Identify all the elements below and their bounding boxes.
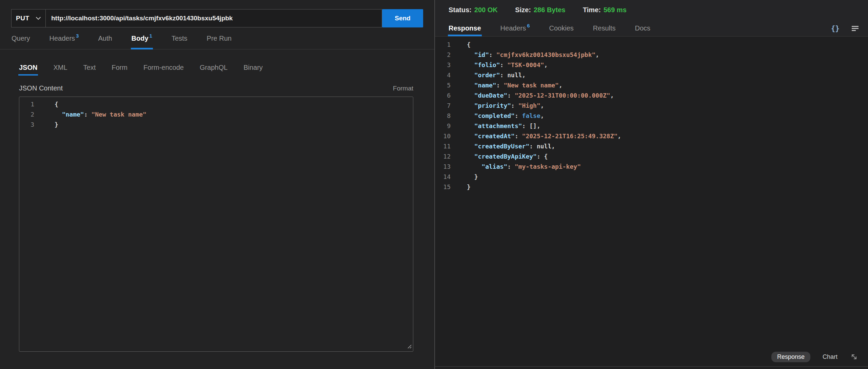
status-label: Status:: [449, 6, 472, 14]
tab-pre-run[interactable]: Pre Run: [207, 27, 232, 49]
code-line: "createdByUser": null,: [467, 141, 868, 151]
line-number: 3: [435, 60, 451, 70]
bottom-edge: [435, 366, 868, 369]
json-content-header: JSON Content Format: [19, 84, 413, 92]
tab-badge: 6: [527, 23, 530, 28]
code-line: "name": "New task name",: [467, 80, 868, 90]
code-line: "createdByApiKey": {: [467, 151, 868, 162]
tab-label: Response: [449, 24, 481, 32]
line-number: 2: [19, 109, 34, 120]
response-tab-icons: {}: [831, 24, 859, 33]
tab-label: Docs: [635, 24, 651, 32]
tab-label: XML: [53, 64, 67, 71]
send-button[interactable]: Send: [382, 9, 423, 27]
tab-form[interactable]: Form: [112, 64, 127, 76]
tab-label: Query: [12, 35, 30, 42]
code-line: "attachments": [],: [467, 121, 868, 131]
line-number: 10: [435, 131, 451, 141]
tab-label: Binary: [243, 64, 263, 71]
request-panel: PUT Send QueryHeaders3AuthBody1TestsPre …: [0, 0, 435, 369]
tab-json[interactable]: JSON: [19, 64, 37, 76]
request-bar: PUT Send: [11, 9, 423, 27]
response-tabs: ResponseHeaders6CookiesResultsDocs {}: [435, 20, 868, 36]
code-line: "completed": false,: [467, 111, 868, 121]
line-number: 8: [435, 111, 451, 121]
size-label: Size:: [515, 6, 531, 14]
tab-label: Results: [593, 24, 616, 32]
line-number: 4: [435, 70, 451, 80]
response-footer: Response Chart: [435, 347, 868, 366]
tab-body[interactable]: Body1: [132, 27, 152, 49]
json-body-editor[interactable]: 123 { "name": "New task name"}: [19, 97, 413, 352]
code-line: }: [55, 120, 413, 130]
code-line: "name": "New task name": [55, 109, 413, 120]
format-button[interactable]: Format: [393, 85, 413, 92]
tab-cookies[interactable]: Cookies: [549, 20, 574, 36]
tab-response[interactable]: Response: [449, 20, 481, 36]
line-number: 15: [435, 182, 451, 192]
code-line: {: [467, 40, 868, 50]
status-value: 200 OK: [474, 6, 498, 14]
tab-tests[interactable]: Tests: [172, 27, 188, 49]
tab-label: Form: [112, 64, 127, 71]
method-select[interactable]: PUT: [11, 9, 46, 27]
expand-icon[interactable]: [850, 352, 859, 361]
line-number: 2: [435, 50, 451, 60]
line-number: 14: [435, 172, 451, 182]
method-label: PUT: [16, 15, 29, 22]
resize-handle-icon[interactable]: [407, 344, 412, 350]
request-tabs: QueryHeaders3AuthBody1TestsPre Run: [0, 27, 434, 49]
tab-badge: 3: [76, 33, 79, 39]
tab-query[interactable]: Query: [12, 27, 30, 49]
code-line: "id": "cmjfxv6kz001430bsxu54jpbk",: [467, 50, 868, 60]
tab-label: Body: [132, 35, 149, 42]
tab-docs[interactable]: Docs: [635, 20, 651, 36]
line-number: 11: [435, 141, 451, 151]
time-value: 569 ms: [604, 6, 627, 14]
response-panel: Status:200 OK Size:286 Bytes Time:569 ms…: [435, 0, 868, 369]
tab-text[interactable]: Text: [83, 64, 96, 76]
response-status-bar: Status:200 OK Size:286 Bytes Time:569 ms: [435, 0, 868, 20]
tab-badge: 1: [150, 33, 152, 39]
line-number: 1: [435, 40, 451, 50]
tab-headers[interactable]: Headers6: [500, 20, 530, 36]
chevron-down-icon: [36, 17, 41, 20]
editor-line-numbers: 123: [19, 99, 42, 351]
format-json-icon[interactable]: {}: [831, 24, 840, 33]
tab-label: JSON: [19, 64, 37, 71]
code-line: }: [467, 172, 868, 182]
tab-label: Pre Run: [207, 35, 232, 42]
tab-xml[interactable]: XML: [53, 64, 67, 76]
code-line: "priority": "High",: [467, 101, 868, 111]
body-type-tabs: JSONXMLTextFormForm-encodeGraphQLBinary: [19, 64, 413, 76]
chart-toggle-button[interactable]: Chart: [823, 353, 837, 361]
line-number: 5: [435, 80, 451, 90]
response-code: { "id": "cmjfxv6kz001430bsxu54jpbk", "fo…: [455, 40, 868, 347]
line-number: 3: [19, 120, 34, 130]
code-line: {: [55, 99, 413, 109]
code-line: "alias": "my-tasks-api-key": [467, 162, 868, 172]
api-client-app: PUT Send QueryHeaders3AuthBody1TestsPre …: [0, 0, 868, 369]
response-viewer: 123456789101112131415 { "id": "cmjfxv6kz…: [435, 36, 868, 347]
line-number: 13: [435, 162, 451, 172]
tab-form-encode[interactable]: Form-encode: [143, 64, 184, 76]
tab-label: Auth: [98, 35, 112, 42]
wrap-lines-icon[interactable]: [851, 25, 859, 32]
tab-results[interactable]: Results: [593, 20, 616, 36]
tab-label: Form-encode: [143, 64, 184, 71]
editor-code: { "name": "New task name"}: [42, 99, 413, 351]
tab-label: Tests: [172, 35, 188, 42]
line-number: 1: [19, 99, 34, 109]
json-content-label: JSON Content: [19, 84, 63, 92]
line-number: 6: [435, 90, 451, 101]
tab-label: Cookies: [549, 24, 574, 32]
tab-binary[interactable]: Binary: [243, 64, 263, 76]
response-toggle-button[interactable]: Response: [771, 352, 810, 362]
tab-graphql[interactable]: GraphQL: [200, 64, 228, 76]
code-line: "order": null,: [467, 70, 868, 80]
code-line: }: [467, 182, 868, 192]
tab-headers[interactable]: Headers3: [49, 27, 79, 49]
url-input[interactable]: [46, 9, 382, 27]
tab-auth[interactable]: Auth: [98, 27, 112, 49]
size-group: Size:286 Bytes: [515, 6, 567, 14]
